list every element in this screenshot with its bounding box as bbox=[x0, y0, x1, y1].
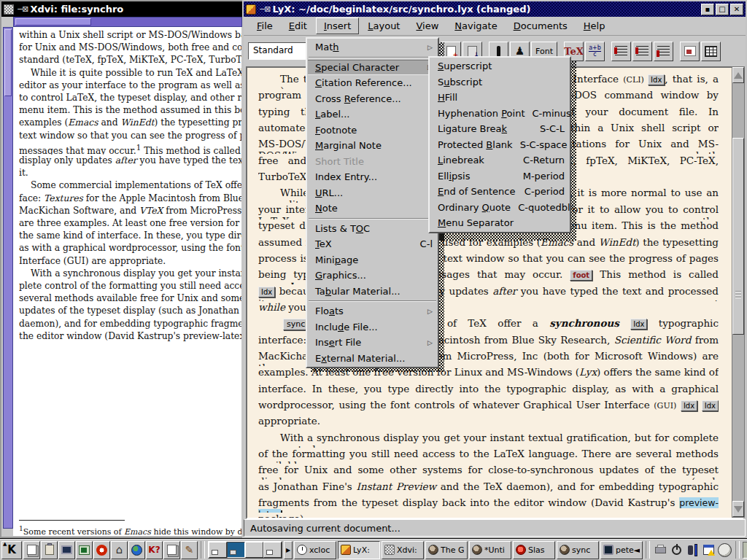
scroll-down-button[interactable] bbox=[732, 501, 744, 517]
k-menu-button[interactable]: ▲ K bbox=[1, 541, 22, 559]
menubar-item-layout[interactable]: Layout bbox=[360, 18, 407, 34]
index-inset-button[interactable]: Idx bbox=[630, 319, 647, 330]
taskbar-clock[interactable]: 12:31 bbox=[743, 542, 747, 559]
globe-launcher-icon[interactable] bbox=[128, 541, 145, 559]
xdvi-vertical-scrollbar[interactable] bbox=[3, 27, 13, 529]
insert-menu-item-insert-file[interactable]: Insert File▷ bbox=[308, 335, 437, 351]
plug-tray-icon[interactable] bbox=[685, 542, 700, 559]
insert-menu-item-external-material[interactable]: External Material... bbox=[308, 351, 437, 367]
special-char-item-ligature-break[interactable]: Ligature BreakS-C-L bbox=[430, 121, 569, 137]
menubar-item-navigate[interactable]: Navigate bbox=[447, 18, 504, 34]
xdvi-horizontal-scrollbar-thumb[interactable] bbox=[15, 18, 91, 26]
moon-tray-icon[interactable] bbox=[717, 542, 732, 559]
pin-icon[interactable]: −⊠ bbox=[259, 4, 269, 14]
task-button-pete[interactable]: pete◄ bbox=[600, 541, 643, 559]
table-toolbar-icon[interactable] bbox=[701, 42, 721, 61]
maximize-button[interactable]: □ bbox=[716, 4, 729, 15]
menubar-item-insert[interactable]: Insert bbox=[316, 18, 359, 34]
insert-menu-item-lists-toc[interactable]: Lists & TOC bbox=[308, 221, 437, 237]
insert-menu-item-footnote[interactable]: Footnote bbox=[308, 122, 437, 139]
pager-desktop-2[interactable] bbox=[227, 542, 245, 558]
scroll-up-button[interactable] bbox=[732, 67, 744, 83]
special-char-item-menu-separator[interactable]: Menu Separator bbox=[430, 215, 569, 231]
pager-expand-button[interactable]: ▶ bbox=[284, 541, 293, 559]
insert-menu-item-minipage[interactable]: Minipage bbox=[308, 252, 437, 268]
list2-toolbar-icon[interactable] bbox=[632, 42, 652, 61]
papers-launcher-icon[interactable] bbox=[23, 541, 40, 559]
special-char-item-protected-blank[interactable]: Protected BlankS-C-space bbox=[430, 137, 569, 153]
menubar-item-help[interactable]: Help bbox=[576, 18, 613, 34]
pin-icon[interactable]: −⊠ bbox=[17, 4, 27, 14]
task-button-xcloc[interactable]: xcloc bbox=[294, 541, 336, 559]
index-inset-button[interactable]: Idx bbox=[681, 400, 697, 411]
status-bar: Autosaving current document... bbox=[244, 519, 746, 537]
lifering-launcher-icon[interactable] bbox=[93, 541, 110, 559]
layout-combo[interactable]: Standard bbox=[248, 42, 306, 60]
task-button-lyx[interactable]: LyX: bbox=[338, 541, 380, 559]
home-launcher-icon[interactable]: ⌂ bbox=[111, 541, 128, 559]
special-char-item-hfill[interactable]: HFill bbox=[430, 90, 569, 106]
calendar-tray-icon[interactable] bbox=[701, 542, 716, 559]
document-scrollbar[interactable] bbox=[732, 66, 745, 518]
insert-menu-item-graphics[interactable]: Graphics... bbox=[308, 268, 437, 284]
special-char-item-ordinary-quote[interactable]: Ordinary QuoteC-quotedbl bbox=[430, 200, 569, 216]
insert-menu-item-index-entry[interactable]: Index Entry... bbox=[308, 169, 437, 185]
pager-desktop-3[interactable] bbox=[245, 542, 263, 558]
menubar-item-view[interactable]: View bbox=[409, 18, 446, 34]
desktop-pager[interactable] bbox=[208, 541, 282, 559]
insert-menu-item-tex[interactable]: TeXC-l bbox=[308, 236, 437, 252]
printer-tray-icon[interactable] bbox=[653, 542, 668, 559]
task-button-unti[interactable]: *Unti bbox=[469, 541, 511, 559]
insert-menu-item-citation-reference[interactable]: Citation Reference... bbox=[308, 75, 437, 91]
special-char-item-hyphenation-point[interactable]: Hyphenation PointC-minus bbox=[430, 106, 569, 122]
menubar-item-file[interactable]: File bbox=[249, 18, 280, 34]
task-button-sync[interactable]: sync bbox=[557, 541, 599, 559]
special-char-item-subscript[interactable]: Subscript bbox=[430, 74, 569, 90]
special-char-item-end-of-sentence[interactable]: End of SentenceC-period bbox=[430, 184, 569, 200]
xdvi-vertical-scrollbar-thumb[interactable] bbox=[4, 29, 12, 96]
xdvi-horizontal-scrollbar[interactable] bbox=[13, 17, 242, 27]
index-inset-button[interactable]: Idx bbox=[702, 400, 719, 411]
insert-menu-item-tabular-material[interactable]: Tabular Material... bbox=[308, 284, 437, 300]
task-button-xdvi[interactable]: Xdvi: bbox=[382, 541, 424, 559]
insert-menu-item-include-file[interactable]: Include File... bbox=[308, 319, 437, 335]
insert-menu-item-floats[interactable]: Floats▷ bbox=[308, 303, 437, 319]
math-toolbar-icon[interactable]: a+bc bbox=[585, 42, 605, 61]
task-button-theg[interactable]: The G bbox=[425, 541, 468, 559]
scrollbar-thumb[interactable] bbox=[732, 138, 744, 335]
figure-toolbar-icon[interactable] bbox=[680, 42, 700, 61]
xdvi-titlebar[interactable]: −⊠ Xdvi: file:synchro bbox=[1, 1, 242, 17]
list3-toolbar-icon[interactable] bbox=[654, 42, 673, 61]
pager-desktop-1[interactable] bbox=[209, 542, 227, 558]
menubar-item-edit[interactable]: Edit bbox=[282, 18, 314, 34]
dvi-text-line: Interface (GUI) are appropriate. bbox=[19, 256, 241, 268]
insert-menu-item-marginal-note[interactable]: Marginal Note bbox=[308, 138, 437, 154]
insert-menu-item-label[interactable]: Label... bbox=[308, 106, 437, 122]
papers2-launcher-icon[interactable] bbox=[163, 541, 180, 559]
insert-menu-item-short-title: Short Title bbox=[308, 154, 437, 170]
power-tray-icon[interactable] bbox=[669, 542, 684, 559]
lyx-titlebar[interactable]: −⊠ LyX: ~/doc/beginlatex/src/synchro.lyx… bbox=[244, 1, 746, 17]
special-char-item-ellipsis[interactable]: EllipsisM-period bbox=[430, 168, 569, 184]
special-char-item-linebreak[interactable]: LinebreakC-Return bbox=[430, 152, 569, 168]
insert-menu-item-note[interactable]: Note bbox=[308, 201, 437, 217]
index-inset-button[interactable]: Idx bbox=[258, 287, 275, 298]
close-button[interactable]: ✕ bbox=[730, 4, 743, 15]
special-char-item-superscript[interactable]: Superscript bbox=[430, 58, 569, 74]
terminal-launcher-icon[interactable] bbox=[76, 541, 93, 559]
clipboard-launcher-icon[interactable] bbox=[41, 541, 58, 559]
list1-toolbar-icon[interactable] bbox=[611, 42, 631, 61]
menubar-item-documents[interactable]: Documents bbox=[506, 18, 575, 34]
task-button-slas[interactable]: Slas bbox=[513, 541, 555, 559]
insert-menu-item-cross-reference[interactable]: Cross Reference... bbox=[308, 91, 437, 107]
index-inset-button[interactable]: Idx bbox=[648, 74, 665, 85]
minimize-button[interactable]: ▪ bbox=[701, 4, 714, 15]
pen-launcher-icon[interactable]: ✎ bbox=[181, 541, 198, 559]
insert-menu-item-url[interactable]: URL... bbox=[308, 185, 437, 201]
insert-menu-item-math[interactable]: Math▷ bbox=[308, 39, 437, 55]
monitor-launcher-icon[interactable] bbox=[58, 541, 75, 559]
khelp-launcher-icon[interactable]: K? bbox=[146, 541, 163, 559]
insert-menu-item-special-character[interactable]: Special Character▷ bbox=[308, 60, 437, 76]
pager-desktop-4[interactable] bbox=[263, 542, 282, 558]
footnote-inset-button[interactable]: foot bbox=[570, 270, 592, 281]
